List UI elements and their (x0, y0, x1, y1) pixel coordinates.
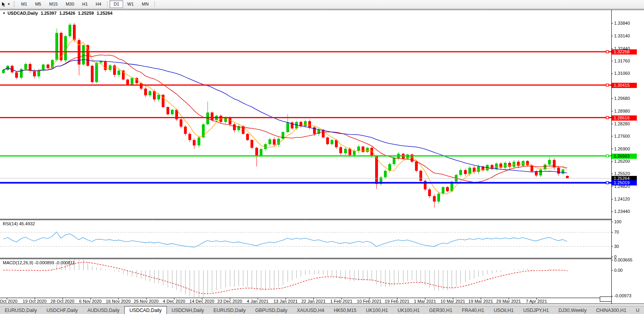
tab-audusd-daily[interactable]: AUDUSD,Daily (82, 306, 124, 314)
ohlc-open: 1.25397 (41, 11, 57, 16)
timeframe-toolbar: ▼ M1M5M15M30H1H4D1W1MN (0, 0, 644, 9)
date-label: 1 Mar 2021 (414, 299, 436, 304)
timeframe-button-mn[interactable]: MN (138, 0, 153, 8)
ohlc-close: 1.25264 (97, 11, 113, 16)
price-tick-label: 1.27600 (614, 134, 630, 138)
rsi-tick-label: 30 (614, 244, 619, 249)
tab-gbpusd-daily[interactable]: GBPUSD,Daily (251, 306, 292, 314)
date-label: 19 Mar 2021 (468, 299, 493, 304)
toolbar-grip[interactable] (14, 1, 15, 7)
rsi-tick-label: 100 (614, 219, 621, 224)
mt4-chart-window: ▼ M1M5M15M30H1H4D1W1MN ▼USDCAD,Daily1.25… (0, 0, 644, 314)
rsi-label: RSI(14) (3, 221, 18, 226)
chart-symbol-label: USDCAD,Daily (8, 11, 38, 16)
price-tick-label: 1.23440 (614, 209, 630, 214)
chart-title: ▼USDCAD,Daily1.253971.254261.252591.2526… (2, 11, 112, 16)
symbol-tab-bar: EURUSD,DailyUSDCHF,DailyAUDUSD,DailyUSDC… (0, 306, 644, 314)
timeframe-button-d1[interactable]: D1 (110, 0, 123, 8)
tab-usdjpy-h1[interactable]: USDJPY,H1 (519, 306, 554, 314)
price-tick-label: 1.33140 (614, 33, 630, 38)
date-label: 19 Feb 2021 (385, 299, 409, 304)
price-level-label: 1.30415 (612, 83, 637, 88)
date-label: 10 Mar 2021 (440, 299, 465, 304)
price-level-label: 1.28616 (612, 115, 637, 121)
macd-tick-label: 0.003665 (614, 257, 632, 262)
rsi-tick-label: 70 (614, 230, 619, 234)
price-tick-label: 1.29680 (614, 96, 630, 101)
date-label: 9 Oct 2020 (0, 299, 18, 304)
date-label: 7 Apr 2021 (526, 299, 547, 304)
macd-tick-label: -0.00973 (614, 293, 631, 298)
cursor-dropdown-caret-icon[interactable]: ▼ (7, 2, 10, 6)
rsi-pane-title: RSI(14) 45.4932 (3, 221, 35, 226)
timeframe-button-h4[interactable]: H4 (92, 0, 105, 8)
price-tick-label: 1.31760 (614, 59, 630, 63)
rsi-value: 45.4932 (19, 221, 35, 226)
cursor-tool-icon[interactable] (1, 2, 6, 7)
date-label: 10 Feb 2021 (357, 299, 382, 304)
timeframe-button-group: M1M5M15M30H1H4D1W1MN (17, 0, 157, 8)
macd-value-signal: -0.000811 (55, 260, 75, 265)
price-chart-canvas[interactable] (0, 0, 644, 314)
date-label: 4 Dec 2020 (163, 299, 185, 304)
date-label: 29 Mar 2021 (496, 299, 521, 304)
price-tick-label: 1.24120 (614, 197, 630, 201)
price-tick-label: 1.25520 (614, 171, 630, 176)
date-label: 6 Nov 2020 (79, 299, 102, 304)
macd-label: MACD(12,26,9) (3, 260, 33, 265)
tab-eurusd-daily[interactable]: EURUSD,Daily (0, 306, 42, 314)
price-tick-label: 1.33840 (614, 21, 630, 25)
ohlc-high: 1.25426 (59, 11, 75, 16)
tab-fra40-h1[interactable]: FRA40,H1 (457, 306, 489, 314)
timeframe-button-h1[interactable]: H1 (78, 0, 92, 8)
tab-usdchf-daily[interactable]: USDCHF,Daily (42, 306, 83, 314)
timeframe-button-m5[interactable]: M5 (31, 0, 45, 8)
price-tick-label: 1.26900 (614, 146, 630, 151)
tab-usdcad-daily[interactable]: USDCAD,Daily (124, 306, 167, 314)
tab-uk100-h1[interactable]: UK100,H1 (361, 306, 393, 314)
toolbar-separator (107, 1, 108, 8)
tab-xauusd-h4[interactable]: XAUUSD,H4 (292, 306, 329, 314)
price-tick-label: 1.28280 (614, 121, 630, 126)
toolbar-separator (155, 1, 155, 8)
tab-uk100-h1[interactable]: UK100,H1 (393, 306, 424, 314)
ohlc-low: 1.25259 (78, 11, 94, 16)
tab-overflow[interactable]: U (631, 306, 644, 314)
date-label: 1 Feb 2021 (330, 299, 352, 304)
price-level-label: 1.26503 (612, 154, 637, 159)
date-label: 28 Oct 2020 (51, 299, 74, 304)
price-level-label: 1.25019 (612, 180, 637, 185)
timeframe-button-w1[interactable]: W1 (123, 0, 138, 8)
date-label: 25 Nov 2020 (134, 299, 159, 304)
date-label: 14 Dec 2020 (190, 299, 214, 304)
date-label: 4 Jan 2021 (247, 299, 268, 304)
date-label: 23 Dec 2020 (217, 299, 242, 304)
tab-hk50-m15[interactable]: HK50,M15 (329, 306, 361, 314)
timeframe-button-m15[interactable]: M15 (45, 0, 61, 8)
price-tick-label: 1.26200 (614, 159, 630, 164)
date-label: 19 Oct 2020 (23, 299, 47, 304)
tab-china300-h1[interactable]: CHINA300,H1 (591, 306, 631, 314)
macd-tick-label: 0.00 (614, 268, 622, 273)
macd-pane-title: MACD(12,26,9) -0.000899 -0.000811 (3, 260, 75, 265)
chart-title-caret-icon[interactable]: ▼ (2, 12, 6, 15)
date-label: 22 Jan 2021 (301, 299, 326, 304)
macd-value-main: -0.000899 (34, 260, 54, 265)
price-tick-label: 1.31060 (614, 71, 630, 76)
timeframe-button-m1[interactable]: M1 (17, 0, 31, 8)
price-tick-label: 1.28980 (614, 109, 630, 113)
tab-eurusd-daily[interactable]: EURUSD,Daily (209, 306, 251, 314)
date-label: 16 Nov 2020 (106, 299, 131, 304)
tab-ger30-h1[interactable]: GER30,H1 (425, 306, 457, 314)
timeframe-button-m30[interactable]: M30 (62, 0, 78, 8)
tab-dj30-weekly[interactable]: DJ30,Weekly (554, 306, 591, 314)
date-label: 13 Jan 2021 (274, 299, 298, 304)
tab-usoil-h1[interactable]: USOil,H1 (489, 306, 519, 314)
price-level-label: 1.32258 (612, 49, 637, 55)
tab-usdcnh-daily[interactable]: USDCNH,Daily (167, 306, 209, 314)
